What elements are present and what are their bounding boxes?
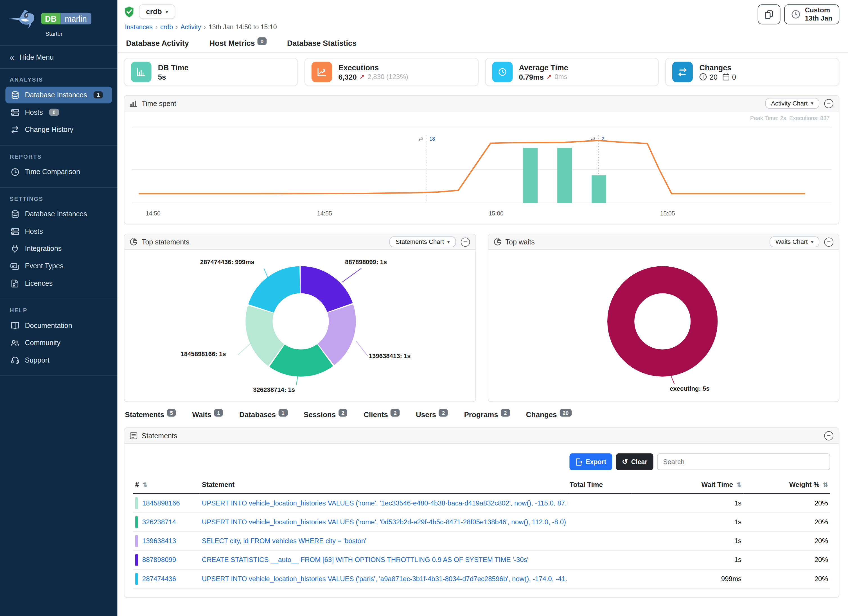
statement-id-link[interactable]: 887898099 — [142, 556, 176, 564]
breadcrumb-13th-jan-14-50-to-15-10: 13th Jan 14:50 to 15:10 — [209, 23, 277, 31]
collapse-panel-icon[interactable]: − — [824, 237, 833, 246]
metric-card-changes[interactable]: Changes200 — [665, 58, 839, 86]
tab-users[interactable]: Users2 — [416, 411, 448, 422]
statements-panel: Statements − Export — [124, 427, 839, 598]
statement-sql-link[interactable]: UPSERT INTO vehicle_location_histories V… — [202, 518, 566, 526]
statement-id-link[interactable]: 139638413 — [142, 537, 176, 545]
sidebar-item-database-instances[interactable]: Database Instances1 — [5, 87, 112, 104]
waits-chart-label: Waits Chart — [775, 239, 808, 245]
statement-sql-link[interactable]: UPSERT INTO vehicle_location_histories V… — [202, 575, 568, 583]
tab-clients[interactable]: Clients2 — [363, 411, 400, 422]
tab-sessions[interactable]: Sessions2 — [304, 411, 347, 422]
wait-time-value: 999ms — [632, 569, 744, 588]
sidebar-item-event-types[interactable]: Event Types — [5, 258, 112, 275]
statements-donut-chart[interactable]: 887898099: 1s139638413: 1s326238714: 1s1… — [124, 250, 475, 402]
activity-chart-select[interactable]: Activity Chart ▾ — [765, 98, 819, 108]
search-input[interactable] — [657, 453, 830, 470]
metric-card-executions[interactable]: Executions6,320↗2,830 (123%) — [304, 58, 478, 86]
statements-chart-select[interactable]: Statements Chart ▾ — [390, 236, 456, 247]
sidebar-item-licences[interactable]: Licences — [5, 275, 112, 292]
tab-programs[interactable]: Programs2 — [464, 411, 510, 422]
sidebar-item-change-history[interactable]: Change History — [5, 121, 112, 138]
book-icon — [10, 321, 20, 330]
count-badge: 2 — [338, 409, 347, 417]
people-icon — [10, 338, 20, 347]
sidebar-item-support[interactable]: Support — [5, 352, 112, 368]
clear-button[interactable]: ↺ Clear — [616, 453, 654, 470]
database-icon — [10, 90, 20, 99]
copy-link-button[interactable] — [758, 4, 781, 24]
count-badge: 0 — [258, 37, 267, 45]
breadcrumb-crdb[interactable]: crdb — [160, 23, 173, 31]
tab-statements[interactable]: Statements5 — [125, 411, 176, 422]
sidebar-item-hosts[interactable]: Hosts — [5, 223, 112, 240]
changes-icon — [672, 62, 693, 82]
donut-segment-label: executing: 5s — [670, 385, 709, 392]
collapse-panel-icon[interactable]: − — [824, 431, 833, 440]
metric-value: 5s — [158, 73, 189, 81]
tab-waits[interactable]: Waits1 — [192, 411, 223, 422]
content: DB Time5sExecutions6,320↗2,830 (123%)Ave… — [117, 53, 848, 616]
logo[interactable]: DBmarlin Starter — [0, 0, 117, 40]
weight-value: 20% — [744, 512, 830, 531]
tab-database-activity[interactable]: Database Activity — [125, 34, 190, 52]
change-count: 20 — [710, 73, 718, 81]
bar-chart-icon — [131, 62, 151, 82]
tab-changes[interactable]: Changes20 — [526, 411, 572, 422]
breadcrumb-instances[interactable]: Instances — [125, 23, 153, 31]
tab-label: Database Activity — [126, 39, 189, 47]
sort-icon: ⇅ — [823, 482, 828, 488]
collapse-panel-icon[interactable]: − — [461, 237, 470, 246]
tab-host-metrics[interactable]: Host Metrics0 — [208, 34, 268, 52]
svg-text:14:50: 14:50 — [146, 210, 160, 217]
export-label: Export — [586, 458, 606, 466]
column-header-total-time: Total Time — [568, 478, 632, 493]
sidebar-item-label: Change History — [25, 125, 73, 134]
metric-card-average-time[interactable]: Average Time0.79ms↗0ms — [485, 58, 659, 86]
sidebar-item-documentation[interactable]: Documentation — [5, 317, 112, 334]
logo-db: DB — [41, 13, 61, 24]
column-header-weight-[interactable]: Weight % ⇅ — [744, 478, 830, 493]
dbmarlin-app: DBmarlin Starter « Hide Menu ANALYSISDat… — [0, 0, 848, 616]
column-header--[interactable]: # ⇅ — [133, 478, 200, 493]
activity-chart-label: Activity Chart — [771, 100, 808, 107]
time-range-button[interactable]: Custom 13th Jan — [784, 4, 839, 24]
metric-card-db-time[interactable]: DB Time5s — [124, 58, 298, 86]
statement-sql-link[interactable]: UPSERT INTO vehicle_location_histories V… — [202, 499, 568, 507]
tab-database-statistics[interactable]: Database Statistics — [286, 34, 358, 52]
waits-chart-select[interactable]: Waits Chart ▾ — [769, 236, 819, 247]
sidebar-item-label: Licences — [25, 279, 53, 288]
statement-id-link[interactable]: 326238714 — [142, 518, 176, 526]
collapse-panel-icon[interactable]: − — [824, 99, 833, 108]
sidebar-item-database-instances[interactable]: Database Instances — [5, 206, 112, 223]
sidebar-section-help: HELPDocumentationCommunitySupport — [0, 299, 117, 376]
sidebar-item-community[interactable]: Community — [5, 334, 112, 351]
metric-title: DB Time — [158, 63, 189, 72]
hide-menu-button[interactable]: « Hide Menu — [0, 46, 117, 69]
statement-id-link[interactable]: 287474436 — [142, 575, 176, 583]
count-badge: 0 — [49, 109, 59, 116]
statements-table: # ⇅StatementTotal TimeWait Time ⇅Weight … — [133, 478, 830, 588]
waits-donut-chart[interactable]: executing: 5s — [488, 250, 839, 402]
sidebar-item-time-comparison[interactable]: Time Comparison — [5, 163, 112, 180]
calendar-icon[interactable] — [722, 73, 729, 81]
statement-sql-link[interactable]: CREATE STATISTICS __auto__ FROM [63] WIT… — [202, 556, 528, 564]
tab-label: Databases — [239, 411, 276, 419]
statements-title: Statements — [142, 432, 177, 439]
column-header-wait-time[interactable]: Wait Time ⇅ — [632, 478, 744, 493]
export-button[interactable]: Export — [570, 453, 612, 470]
sidebar-item-integrations[interactable]: Integrations — [5, 240, 112, 257]
metric-number: 0.79ms — [519, 73, 544, 81]
time-spent-chart[interactable]: Peak Time: 2s, Executions: 837⇄18⇄214:50… — [124, 111, 839, 224]
statement-id-link[interactable]: 1845898166 — [142, 499, 180, 507]
top-statements-title: Top statements — [142, 237, 190, 246]
pie-chart-icon — [494, 238, 501, 246]
breadcrumb-activity[interactable]: Activity — [181, 23, 201, 31]
statement-sql-link[interactable]: SELECT city, id FROM vehicles WHERE city… — [202, 537, 366, 545]
svg-text:15:05: 15:05 — [660, 210, 675, 217]
statement-color-bar — [135, 535, 138, 547]
info-icon[interactable] — [700, 73, 707, 81]
tab-databases[interactable]: Databases1 — [239, 411, 288, 422]
instance-selector[interactable]: crdb ▾ — [139, 4, 175, 19]
sidebar-item-hosts[interactable]: Hosts0 — [5, 104, 112, 121]
